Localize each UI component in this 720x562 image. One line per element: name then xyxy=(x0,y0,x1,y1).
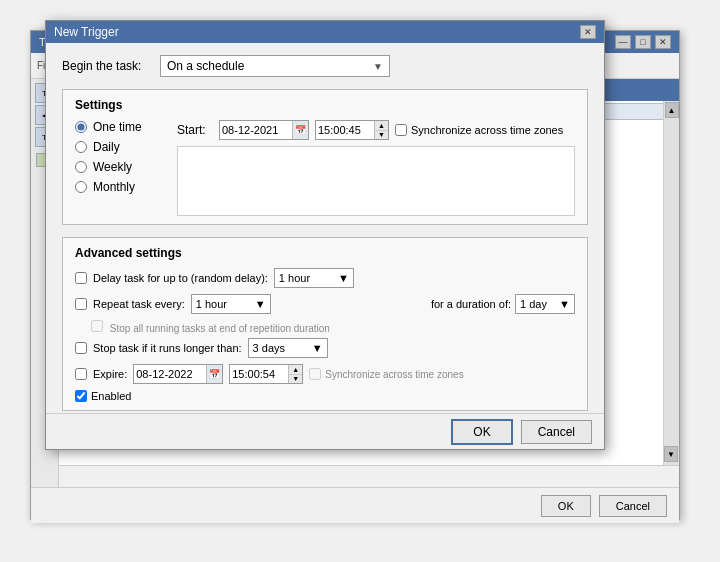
dialog-footer: OK Cancel xyxy=(46,413,604,449)
expire-sync-label-row: Synchronize across time zones xyxy=(309,368,463,380)
enabled-label: Enabled xyxy=(91,390,131,402)
delay-task-dropdown[interactable]: 1 hour ▼ xyxy=(274,268,354,288)
expire-date-input[interactable] xyxy=(134,367,206,381)
radio-daily-label: Daily xyxy=(93,140,120,154)
repeat-task-checkbox[interactable] xyxy=(75,298,87,310)
stop-task-value: 3 days xyxy=(253,342,285,354)
begin-task-label: Begin the task: xyxy=(62,59,152,73)
schedule-detail-area xyxy=(177,146,575,216)
window-controls: — □ ✕ xyxy=(615,35,671,49)
delay-task-checkbox[interactable] xyxy=(75,272,87,284)
vertical-scrollbar[interactable]: ▲ ▼ xyxy=(663,101,679,465)
stop-task-dropdown[interactable]: 3 days ▼ xyxy=(248,338,328,358)
stop-all-checkbox xyxy=(91,320,103,332)
advanced-title: Advanced settings xyxy=(75,246,575,260)
for-duration-value: 1 day xyxy=(520,298,547,310)
start-row: Start: 📅 ▲ ▼ xyxy=(177,120,575,140)
expire-label: Expire: xyxy=(93,368,127,380)
start-time-input[interactable] xyxy=(316,123,374,137)
settings-title: Settings xyxy=(75,98,575,112)
start-time-container: ▲ ▼ xyxy=(315,120,389,140)
start-area: Start: 📅 ▲ ▼ xyxy=(177,120,575,216)
calendar-button[interactable]: 📅 xyxy=(292,121,308,139)
radio-monthly[interactable]: Monthly xyxy=(75,180,165,194)
minimize-button[interactable]: — xyxy=(615,35,631,49)
close-button[interactable]: ✕ xyxy=(655,35,671,49)
delay-task-label: Delay task for up to (random delay): xyxy=(93,272,268,284)
for-duration-arrow: ▼ xyxy=(559,298,570,310)
radio-group: One time Daily Weekly Monthly xyxy=(75,120,165,216)
start-date-input[interactable] xyxy=(220,123,292,137)
dialog-window-controls: ✕ xyxy=(580,25,596,39)
sync-label: Synchronize across time zones xyxy=(411,124,563,136)
expire-time-input[interactable] xyxy=(230,367,288,381)
radio-daily-input[interactable] xyxy=(75,141,87,153)
begin-task-dropdown-arrow: ▼ xyxy=(373,61,383,72)
stop-all-label: Stop all running tasks at end of repetit… xyxy=(110,323,330,334)
maximize-button[interactable]: □ xyxy=(635,35,651,49)
expire-time-spin-up[interactable]: ▲ xyxy=(289,365,302,375)
enabled-checkbox[interactable] xyxy=(75,390,87,402)
stop-task-checkbox[interactable] xyxy=(75,342,87,354)
stop-task-row: Stop task if it runs longer than: 3 days… xyxy=(75,338,575,358)
radio-daily[interactable]: Daily xyxy=(75,140,165,154)
for-duration-group: for a duration of: 1 day ▼ xyxy=(431,294,575,314)
time-spin-down[interactable]: ▼ xyxy=(375,131,388,140)
time-spin-up[interactable]: ▲ xyxy=(375,121,388,131)
for-duration-dropdown[interactable]: 1 day ▼ xyxy=(515,294,575,314)
for-duration-label: for a duration of: xyxy=(431,298,511,310)
begin-task-dropdown[interactable]: On a schedule ▼ xyxy=(160,55,390,77)
bottom-cancel-button[interactable]: Cancel xyxy=(599,495,667,517)
start-date-container: 📅 xyxy=(219,120,309,140)
repeat-task-value: 1 hour xyxy=(196,298,227,310)
expire-calendar-button[interactable]: 📅 xyxy=(206,365,222,383)
delay-task-row: Delay task for up to (random delay): 1 h… xyxy=(75,268,575,288)
stop-task-arrow: ▼ xyxy=(312,342,323,354)
time-spin-container: ▲ ▼ xyxy=(374,121,388,139)
repeat-task-label: Repeat task every: xyxy=(93,298,185,310)
cancel-button[interactable]: Cancel xyxy=(521,420,592,444)
radio-weekly[interactable]: Weekly xyxy=(75,160,165,174)
radio-monthly-label: Monthly xyxy=(93,180,135,194)
bottom-ok-button[interactable]: OK xyxy=(541,495,591,517)
begin-task-value: On a schedule xyxy=(167,59,244,73)
delay-task-arrow: ▼ xyxy=(338,272,349,284)
expire-row: Expire: 📅 ▲ ▼ Synchronize ac xyxy=(75,364,575,384)
start-label: Start: xyxy=(177,123,213,137)
repeat-task-dropdown[interactable]: 1 hour ▼ xyxy=(191,294,271,314)
ok-button[interactable]: OK xyxy=(451,419,512,445)
bottom-buttons: OK Cancel xyxy=(31,487,679,523)
advanced-group: Advanced settings Delay task for up to (… xyxy=(62,237,588,411)
repeat-task-row: Repeat task every: 1 hour ▼ for a durati… xyxy=(75,294,575,314)
begin-task-row: Begin the task: On a schedule ▼ xyxy=(62,55,588,77)
settings-content: One time Daily Weekly Monthly xyxy=(75,120,575,216)
dialog-title: New Trigger xyxy=(54,25,119,39)
radio-monthly-input[interactable] xyxy=(75,181,87,193)
expire-sync-label: Synchronize across time zones xyxy=(325,369,463,380)
radio-one-time[interactable]: One time xyxy=(75,120,165,134)
expire-time-spin-down[interactable]: ▼ xyxy=(289,375,302,384)
dialog-titlebar: New Trigger ✕ xyxy=(46,21,604,43)
sync-checkbox[interactable] xyxy=(395,124,407,136)
radio-one-time-label: One time xyxy=(93,120,142,134)
enabled-row: Enabled xyxy=(75,390,575,402)
expire-sync-checkbox xyxy=(309,368,321,380)
radio-weekly-label: Weekly xyxy=(93,160,132,174)
dialog-close-button[interactable]: ✕ xyxy=(580,25,596,39)
repeat-task-arrow: ▼ xyxy=(255,298,266,310)
stop-task-label: Stop task if it runs longer than: xyxy=(93,342,242,354)
expire-time-spin-container: ▲ ▼ xyxy=(288,365,302,383)
new-trigger-dialog: New Trigger ✕ Begin the task: On a sched… xyxy=(45,20,605,450)
radio-one-time-input[interactable] xyxy=(75,121,87,133)
scroll-up-btn[interactable]: ▲ xyxy=(665,102,679,118)
expire-time-container: ▲ ▼ xyxy=(229,364,303,384)
scroll-down-btn[interactable]: ▼ xyxy=(664,446,678,462)
second-statusbar xyxy=(59,465,679,487)
expire-checkbox[interactable] xyxy=(75,368,87,380)
settings-group: Settings One time Daily Weekly xyxy=(62,89,588,225)
expire-date-container: 📅 xyxy=(133,364,223,384)
delay-task-value: 1 hour xyxy=(279,272,310,284)
sync-label-row[interactable]: Synchronize across time zones xyxy=(395,124,563,136)
radio-weekly-input[interactable] xyxy=(75,161,87,173)
stop-all-row: Stop all running tasks at end of repetit… xyxy=(75,320,575,334)
